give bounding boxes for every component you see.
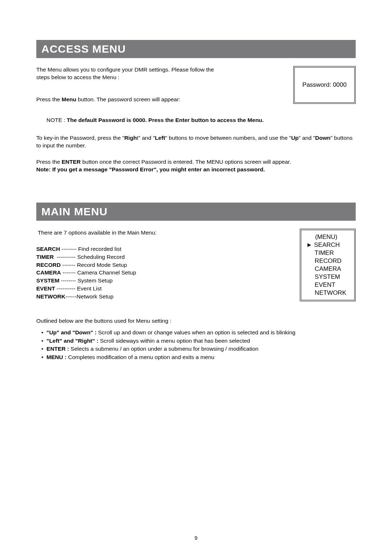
password-display-box: Password: 0000 (293, 66, 356, 104)
enter-c: button once the correct Password is ente… (81, 159, 291, 165)
menu-item-search: ► SEARCH (306, 241, 346, 249)
keyin-h: Down (315, 135, 330, 141)
option-desc: Network Setup (77, 293, 114, 300)
main-menu-block: There are 7 options available in the Mai… (36, 229, 356, 302)
menu-screen-title: (MENU) (306, 233, 346, 241)
note-text: The default Password is 0000. Press the … (67, 117, 264, 123)
keyin-f: Up (291, 135, 299, 141)
menu-item-system: SYSTEM (306, 273, 346, 281)
access-menu-press-suffix: button. The password screen will appear: (76, 96, 180, 102)
option-desc: Camera Channel Setup (77, 269, 136, 276)
bullet-bold: "Left" and "Right" : (46, 338, 98, 344)
menu-item-camera: CAMERA (306, 265, 346, 273)
main-menu-title: MAIN MENU (41, 205, 351, 218)
keyin-b: Righ (124, 135, 136, 141)
enter-b: ENTER (62, 159, 81, 165)
keyin-g: " and " (299, 135, 315, 141)
option-name: CAMERA (36, 269, 61, 276)
access-menu-press-prefix: Press the (36, 96, 62, 102)
bullet-item: "Left" and "Right" : Scroll sideways wit… (36, 337, 356, 345)
option-dash: -------- (60, 277, 78, 284)
default-password-note: NOTE : The default Password is 0000. Pre… (46, 117, 356, 123)
option-name: SYSTEM (36, 277, 60, 284)
access-menu-header: ACCESS MENU (36, 40, 356, 58)
menu-item-event: EVENT (306, 281, 346, 289)
option-dash: ------ (65, 293, 77, 300)
bullet-text: Scroll sideways within a menu option tha… (98, 338, 250, 344)
option-name: SEARCH (36, 246, 60, 252)
note-label: NOTE : (46, 117, 67, 123)
menu-item-timer: TIMER (306, 249, 346, 257)
option-dash: -------- (60, 246, 78, 252)
menu-item-record: RECORD (306, 257, 346, 265)
access-menu-title: ACCESS MENU (41, 43, 351, 55)
option-name: NETWORK (36, 293, 65, 300)
enter-a: Press the (36, 159, 62, 165)
menu-screen-box: (MENU) ► SEARCH TIMER RECORD CAMERA SYST… (300, 229, 356, 302)
bullet-bold: MENU : (46, 354, 66, 360)
keyin-paragraph: To key-in the Password, press the "Right… (36, 134, 356, 150)
option-line-network: NETWORK------Network Setup (36, 293, 300, 301)
menu-item-network: NETWORK (306, 289, 346, 297)
option-line-search: SEARCH -------- Find recorded list (36, 245, 300, 253)
access-menu-press-bold: Menu (62, 96, 76, 102)
bullet-text: Selects a submenu / an option under a su… (69, 346, 258, 352)
option-name: RECORD (36, 262, 61, 268)
keyin-d: Left (155, 135, 165, 141)
enter-paragraph: Press the ENTER button once the correct … (36, 158, 356, 174)
bullet-text: Scroll up and down or change values when… (97, 329, 295, 335)
access-menu-intro: The Menu allows you to configure your DM… (36, 66, 225, 81)
outlined-paragraph: Outlined below are the buttons used for … (36, 317, 356, 325)
main-menu-intro: There are 7 options available in the Mai… (38, 229, 300, 237)
bullet-text: Completes modification of a menu option … (66, 354, 215, 360)
bullet-item: MENU : Completes modification of a menu … (36, 353, 356, 361)
option-name: EVENT (36, 285, 55, 292)
option-dash: ---------- (55, 285, 77, 292)
password-display-text: Password: 0000 (302, 81, 347, 88)
option-dash: ---------- (54, 254, 77, 260)
access-menu-intro-block: The Menu allows you to configure your DM… (36, 66, 356, 104)
password-error-note: Note: If you get a message "Password Err… (36, 166, 265, 172)
bullet-item: "Up" and "Down" : Scroll up and down or … (36, 329, 356, 337)
menu-buttons-list: "Up" and "Down" : Scroll up and down or … (36, 329, 356, 361)
bullet-bold: ENTER : (46, 346, 69, 352)
option-dash: ------- (61, 262, 77, 268)
access-menu-press-line: Press the Menu button. The password scre… (36, 96, 225, 103)
bullet-bold: "Up" and "Down" : (46, 329, 97, 335)
keyin-e: " buttons to move between numbers, and u… (165, 135, 291, 141)
option-desc: Event List (77, 285, 102, 292)
option-line-timer: TIMER ---------- Scheduling Record (36, 253, 300, 261)
keyin-c: t" and " (137, 135, 155, 141)
page-number: 9 (0, 535, 392, 541)
bullet-item: ENTER : Selects a submenu / an option un… (36, 345, 356, 353)
option-desc: Find recorded list (78, 246, 121, 252)
option-line-system: SYSTEM -------- System Setup (36, 277, 300, 285)
option-name: TIMER (36, 254, 54, 260)
option-line-camera: CAMERA ------- Camera Channel Setup (36, 269, 300, 277)
option-desc: Scheduling Record (77, 254, 125, 260)
option-dash: ------- (61, 269, 77, 276)
keyin-a: To key-in the Password, press the " (36, 135, 124, 141)
option-desc: Record Mode Setup (77, 262, 127, 268)
option-line-event: EVENT ---------- Event List (36, 285, 300, 293)
option-line-record: RECORD ------- Record Mode Setup (36, 261, 300, 269)
main-menu-header: MAIN MENU (36, 203, 356, 221)
option-desc: System Setup (78, 277, 113, 284)
